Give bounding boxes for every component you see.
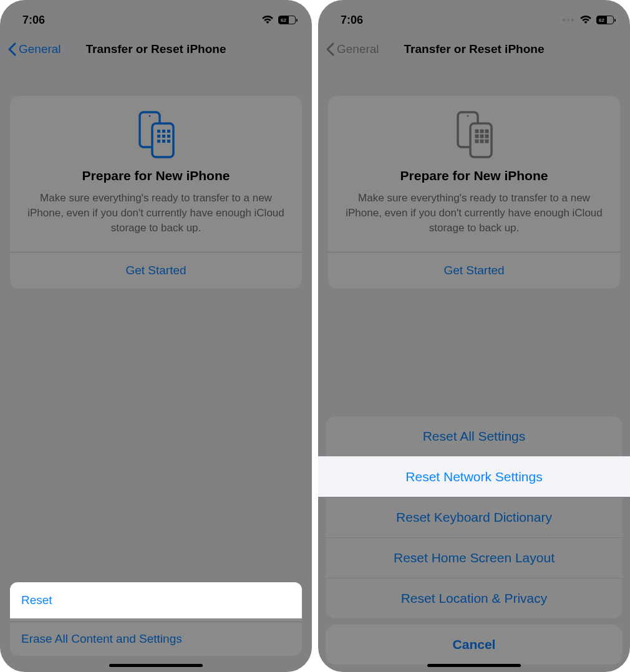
- reset-action-sheet: Reset All Settings Reset Network Setting…: [326, 416, 623, 665]
- cancel-button[interactable]: Cancel: [326, 625, 623, 665]
- svg-point-13: [467, 115, 469, 117]
- back-label: General: [337, 42, 379, 56]
- nav-bar: General Transfer or Reset iPhone: [0, 34, 312, 65]
- screenshot-left: 7:06 62 General Transfer or Reset iPhone: [0, 0, 312, 672]
- chevron-left-icon: [326, 42, 334, 56]
- highlight-reset-network[interactable]: Reset Network Settings: [318, 456, 630, 497]
- prepare-title: Prepare for New iPhone: [22, 168, 289, 183]
- recording-dots-icon: [563, 19, 574, 21]
- svg-rect-8: [167, 135, 170, 138]
- svg-rect-15: [475, 130, 478, 133]
- clock: 7:06: [341, 14, 363, 27]
- home-indicator: [427, 664, 521, 667]
- svg-rect-5: [167, 130, 170, 133]
- chevron-left-icon: [7, 42, 16, 56]
- clock: 7:06: [22, 14, 45, 27]
- back-button[interactable]: General: [326, 42, 379, 56]
- reset-all-settings[interactable]: Reset All Settings: [326, 416, 623, 456]
- svg-rect-9: [157, 140, 160, 143]
- status-icons: 62: [261, 16, 296, 24]
- get-started-button[interactable]: Get Started: [341, 252, 608, 289]
- status-bar: 7:06 62: [318, 0, 630, 34]
- wifi-icon: [261, 16, 274, 24]
- svg-rect-3: [157, 130, 160, 133]
- erase-row[interactable]: Erase All Content and Settings: [10, 622, 302, 656]
- nav-bar: General Transfer or Reset iPhone: [318, 34, 630, 65]
- main-content: Prepare for New iPhone Make sure everyth…: [0, 65, 312, 672]
- prepare-card: Prepare for New iPhone Make sure everyth…: [328, 96, 620, 289]
- reset-home-screen-layout[interactable]: Reset Home Screen Layout: [326, 537, 623, 578]
- svg-rect-22: [480, 140, 483, 143]
- svg-rect-16: [480, 130, 483, 133]
- reset-keyboard-dictionary[interactable]: Reset Keyboard Dictionary: [326, 497, 623, 537]
- prepare-card: Prepare for New iPhone Make sure everyth…: [10, 96, 302, 289]
- page-title: Transfer or Reset iPhone: [86, 42, 226, 56]
- prepare-description: Make sure everything's ready to transfer…: [341, 191, 608, 236]
- home-indicator: [109, 664, 203, 667]
- prepare-title: Prepare for New iPhone: [341, 168, 608, 183]
- battery-icon: 62: [596, 16, 614, 24]
- wifi-icon: [579, 16, 592, 24]
- svg-point-1: [149, 115, 151, 117]
- svg-rect-4: [162, 130, 165, 133]
- transfer-devices-icon: [341, 110, 608, 160]
- back-button[interactable]: General: [7, 42, 61, 56]
- svg-rect-20: [485, 135, 488, 138]
- svg-rect-21: [475, 140, 478, 143]
- svg-rect-10: [162, 140, 165, 143]
- status-icons: 62: [563, 16, 614, 24]
- prepare-description: Make sure everything's ready to transfer…: [22, 191, 289, 236]
- svg-rect-17: [485, 130, 488, 133]
- svg-rect-6: [157, 135, 160, 138]
- reset-location-privacy[interactable]: Reset Location & Privacy: [326, 578, 623, 618]
- reset-options-group: Reset All Settings Reset Network Setting…: [326, 416, 623, 618]
- svg-rect-7: [162, 135, 165, 138]
- svg-rect-11: [167, 140, 170, 143]
- get-started-button[interactable]: Get Started: [22, 252, 289, 289]
- screenshot-right: 7:06 62 General Transfer or Reset iPhone: [318, 0, 630, 672]
- battery-icon: 62: [278, 16, 296, 24]
- back-label: General: [19, 42, 61, 56]
- svg-rect-23: [485, 140, 488, 143]
- page-title: Transfer or Reset iPhone: [404, 42, 545, 56]
- transfer-devices-icon: [22, 110, 289, 160]
- highlight-reset[interactable]: Reset: [10, 582, 302, 618]
- status-bar: 7:06 62: [0, 0, 312, 34]
- svg-rect-19: [480, 135, 483, 138]
- svg-rect-18: [475, 135, 478, 138]
